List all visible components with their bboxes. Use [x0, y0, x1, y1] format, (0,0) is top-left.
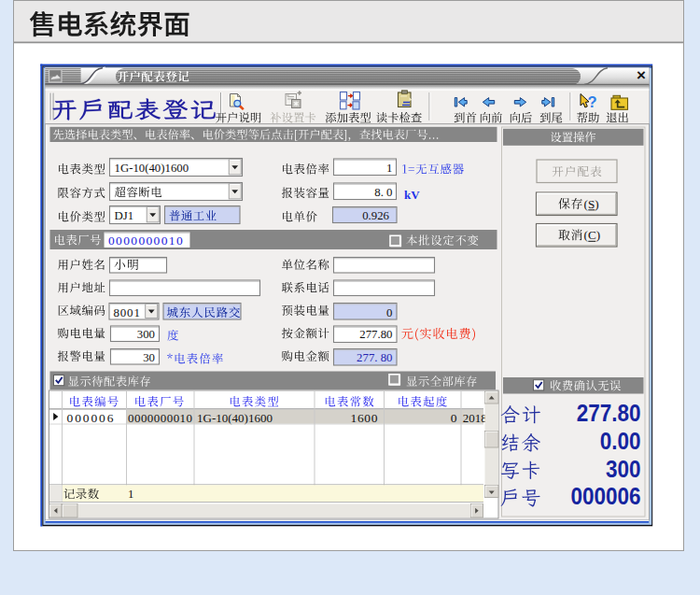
- svg-text:0000000010: 0000000010: [108, 234, 184, 248]
- svg-text:(C): (C): [584, 228, 601, 242]
- svg-text:0.926: 0.926: [362, 209, 389, 222]
- svg-text:277.80: 277.80: [359, 328, 392, 341]
- svg-text:1600: 1600: [351, 411, 378, 425]
- svg-text:8. 0: 8. 0: [374, 186, 392, 199]
- svg-text:×: ×: [637, 66, 646, 84]
- svg-text:1: 1: [386, 162, 392, 175]
- svg-text:000006: 000006: [67, 411, 116, 425]
- svg-text:300: 300: [137, 328, 155, 341]
- svg-text:0: 0: [451, 411, 457, 425]
- svg-text:000006: 000006: [570, 483, 640, 510]
- svg-text:277. 80: 277. 80: [357, 351, 392, 364]
- svg-text:1: 1: [128, 488, 133, 501]
- svg-text:277.80: 277.80: [577, 400, 641, 427]
- svg-text:1G-10(40)1600: 1G-10(40)1600: [115, 162, 189, 175]
- svg-text:DJ1: DJ1: [115, 209, 134, 222]
- svg-text:30: 30: [143, 351, 155, 364]
- svg-text:1G-10(40)1600: 1G-10(40)1600: [197, 411, 273, 425]
- svg-text:(S): (S): [584, 197, 599, 211]
- svg-text:0000000010: 0000000010: [128, 411, 193, 425]
- svg-text:0: 0: [386, 306, 392, 319]
- svg-text:300: 300: [606, 455, 641, 482]
- svg-text:kV: kV: [404, 188, 420, 202]
- svg-text:8001: 8001: [114, 305, 141, 319]
- svg-text:0.00: 0.00: [600, 428, 641, 455]
